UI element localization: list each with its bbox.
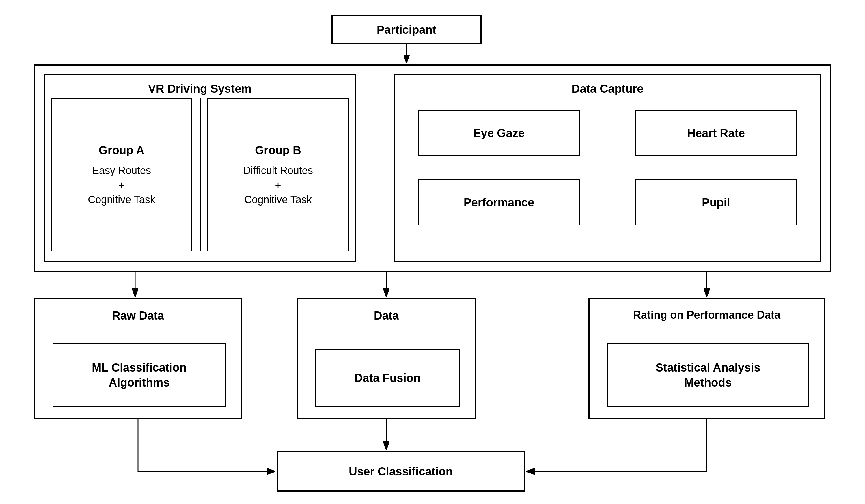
heart-rate-label: Heart Rate	[687, 126, 745, 141]
diagram: Participant VR Driving System Group A Ea…	[28, 10, 837, 494]
heart-rate-box: Heart Rate	[635, 110, 797, 156]
data-middle-box: Data Data Fusion	[297, 298, 476, 419]
ml-classification-text: ML Classification Algorithms	[92, 360, 186, 390]
data-fusion-box: Data Fusion	[315, 349, 460, 407]
eye-gaze-label: Eye Gaze	[473, 126, 524, 141]
data-capture-label: Data Capture	[395, 81, 820, 96]
group-b-box: Group B Difficult Routes + Cognitive Tas…	[207, 98, 349, 251]
pupil-box: Pupil	[635, 179, 797, 225]
participant-box: Participant	[332, 15, 482, 44]
performance-box: Performance	[418, 179, 580, 225]
user-classification-label: User Classification	[349, 464, 453, 479]
raw-data-label: Raw Data	[35, 308, 241, 323]
rating-performance-box: Rating on Performance Data Statistical A…	[588, 298, 825, 419]
user-classification-box: User Classification	[277, 451, 525, 492]
participant-label: Participant	[377, 22, 437, 37]
rating-performance-label: Rating on Performance Data	[590, 308, 824, 322]
ml-classification-box: ML Classification Algorithms	[53, 343, 226, 407]
eye-gaze-box: Eye Gaze	[418, 110, 580, 156]
vr-system-box: VR Driving System Group A Easy Routes + …	[44, 74, 356, 262]
pupil-label: Pupil	[702, 195, 730, 210]
statistical-analysis-box: Statistical Analysis Methods	[607, 343, 809, 407]
statistical-analysis-text: Statistical Analysis Methods	[655, 360, 760, 390]
data-capture-box: Data Capture Eye Gaze Heart Rate Perform…	[394, 74, 821, 262]
performance-label: Performance	[464, 195, 534, 210]
group-a-box: Group A Easy Routes + Cognitive Task	[51, 98, 192, 251]
data-fusion-label: Data Fusion	[355, 370, 421, 385]
vr-divider	[199, 98, 201, 251]
raw-data-box: Raw Data ML Classification Algorithms	[34, 298, 242, 419]
group-a-text: Group A Easy Routes + Cognitive Task	[88, 143, 155, 207]
group-b-text: Group B Difficult Routes + Cognitive Tas…	[243, 143, 313, 207]
vr-system-label: VR Driving System	[45, 81, 355, 96]
outer-container: VR Driving System Group A Easy Routes + …	[34, 65, 831, 272]
data-middle-label: Data	[298, 308, 475, 323]
